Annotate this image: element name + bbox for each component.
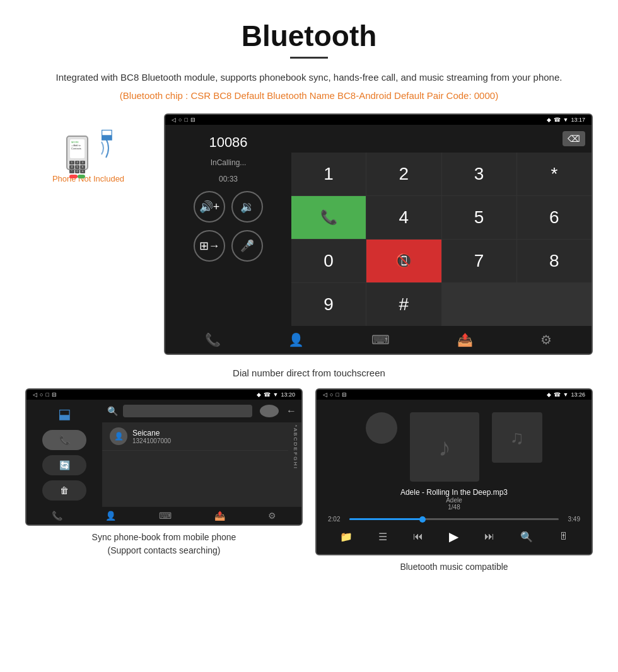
home-icon: ○ — [178, 117, 182, 123]
bt-illustration: ⬓ MORE + Add to Contacts 1 2 3 4 5 — [63, 126, 114, 170]
key-5[interactable]: 5 — [442, 196, 516, 239]
contact-list: 👤 Seicane 13241007000 — [102, 422, 288, 471]
pb-status-right: ◆ ☎ ▼ 13:20 — [257, 391, 295, 398]
eq-icon[interactable]: 🎚 — [559, 531, 569, 542]
pb-dialpad-tab[interactable]: ⌨ — [159, 511, 172, 521]
main-caption: Dial number direct from touchscreen — [25, 368, 593, 378]
pb-location-icon: ◆ — [257, 391, 261, 398]
key-6[interactable]: 6 — [517, 196, 592, 239]
key-3[interactable]: 3 — [442, 153, 516, 195]
phonebook-main: 🔍 ← 👤 Seicane 13241 — [102, 400, 301, 507]
status-bar-large: ◁ ○ □ ⊟ ◆ ☎ ▼ 13:17 — [165, 115, 592, 125]
end-call-btn[interactable]: 📵 — [366, 240, 441, 282]
call-timer: 00:33 — [219, 175, 238, 183]
main-section: ⬓ MORE + Add to Contacts 1 2 3 4 5 — [25, 113, 593, 355]
music-dash-icon: ⊟ — [342, 391, 347, 398]
dial-controls-row1: 🔊+ 🔉 — [194, 191, 263, 223]
search-music-icon[interactable]: 🔍 — [520, 531, 533, 543]
dial-input-bar: ⌫ — [291, 125, 592, 153]
key-0[interactable]: 0 — [291, 240, 366, 282]
voice-btn[interactable] — [260, 405, 279, 417]
phone-illustration: ⬓ MORE + Add to Contacts 1 2 3 4 5 — [25, 113, 151, 183]
bottom-caption-right: Bluetooth music compatible — [315, 560, 593, 574]
music-call-icon: ☎ — [554, 391, 561, 398]
next-icon[interactable]: ⏭ — [484, 531, 494, 542]
music-home-icon: ○ — [330, 391, 333, 398]
progress-dot — [419, 516, 426, 523]
music-nav-icons: ◁ ○ □ ⊟ — [323, 391, 347, 398]
dial-number: 10086 — [209, 134, 247, 151]
pb-phone-tab[interactable]: 📞 — [52, 511, 62, 521]
key-hash[interactable]: # — [366, 283, 441, 326]
bottom-screenshots: ◁ ○ □ ⊟ ◆ ☎ ▼ 13:20 ⬓ — [25, 388, 593, 574]
pb-wifi-icon: ▼ — [273, 391, 279, 398]
mini-phone-screen: MORE + Add to Contacts — [70, 139, 85, 158]
title-underline — [290, 57, 328, 59]
transfer2-tab-icon[interactable]: 📤 — [457, 332, 473, 347]
pb-contacts-tab[interactable]: 👤 — [105, 511, 116, 521]
key-1[interactable]: 1 — [291, 153, 366, 195]
key-7[interactable]: 7 — [442, 240, 516, 282]
dial-left-panel: 10086 InCalling... 00:33 🔊+ 🔉 ⊞→ 🎤 — [165, 125, 291, 326]
contacts-tab-icon[interactable]: 👤 — [288, 332, 304, 347]
subtitle-text: Integrated with BC8 Bluetooth module, su… — [25, 70, 593, 85]
current-time: 2:02 — [328, 516, 346, 523]
phonebook-android-screen: ◁ ○ □ ⊟ ◆ ☎ ▼ 13:20 ⬓ — [25, 388, 303, 526]
key-2[interactable]: 2 — [366, 153, 441, 195]
key-star[interactable]: * — [517, 153, 592, 195]
music-art-area: ♪ ♫ — [323, 412, 585, 482]
mute-btn[interactable]: 🎤 — [231, 230, 263, 262]
dial-screen: 10086 InCalling... 00:33 🔊+ 🔉 ⊞→ 🎤 — [165, 125, 592, 326]
music-back-icon: ◁ — [323, 391, 327, 398]
music-android-screen: ◁ ○ □ ⊟ ◆ ☎ ▼ 13:26 — [315, 388, 593, 555]
total-time: 3:49 — [563, 516, 580, 523]
pb-home-icon: ○ — [40, 391, 43, 398]
prev-icon[interactable]: ⏮ — [413, 531, 423, 542]
music-controls: 📁 ☰ ⏮ ▶ ⏭ 🔍 🎚 — [323, 525, 585, 548]
orange-info-text: (Bluetooth chip : CSR BC8 Default Blueto… — [25, 90, 593, 101]
music-screen-wrapper: ◁ ○ □ ⊟ ◆ ☎ ▼ 13:26 — [315, 388, 593, 574]
key-8[interactable]: 8 — [517, 240, 592, 282]
pb-sync-btn[interactable]: 🔄 — [42, 455, 86, 475]
page-title: Bluetooth — [25, 19, 593, 53]
song-artist: Adele — [323, 497, 585, 504]
music-progress-bar: 2:02 3:49 — [323, 516, 585, 523]
phone-not-included-label: Phone Not Included — [52, 174, 124, 183]
dialpad-tab-icon[interactable]: ⌨ — [371, 332, 390, 347]
pb-settings-tab[interactable]: ⚙ — [268, 511, 276, 521]
transfer-btn[interactable]: ⊞→ — [194, 230, 225, 262]
contact-list-area: 👤 Seicane 13241007000 * A B C D E F G H … — [102, 422, 301, 471]
volume-up-btn[interactable]: 🔊+ — [194, 191, 225, 223]
settings-tab-icon[interactable]: ⚙ — [540, 332, 552, 347]
location-icon: ◆ — [547, 117, 551, 123]
delete-btn[interactable]: ⌫ — [563, 131, 585, 146]
call-green-btn[interactable]: 📞 — [291, 196, 366, 239]
album-art-secondary: ♫ — [492, 412, 542, 463]
key-9[interactable]: 9 — [291, 283, 366, 326]
folder-icon[interactable]: 📁 — [340, 531, 353, 543]
dash-icon: ⊟ — [190, 117, 195, 123]
pb-back-icon: ◁ — [33, 391, 37, 398]
song-title: Adele - Rolling In the Deep.mp3 — [323, 488, 585, 497]
contact-phone: 13241007000 — [132, 437, 171, 444]
pb-phone-btn[interactable]: 📞 — [42, 430, 86, 450]
phone-tab-icon[interactable]: 📞 — [205, 332, 221, 347]
pb-transfer-tab[interactable]: 📤 — [214, 511, 225, 521]
pb-bottom-bar: 📞 👤 ⌨ 📤 ⚙ — [26, 507, 301, 524]
pb-search-bar: 🔍 ← — [102, 400, 301, 422]
search-input-field[interactable] — [123, 405, 252, 417]
play-pause-icon[interactable]: ▶ — [449, 529, 458, 544]
nav-icons-large: ◁ ○ □ ⊟ — [172, 117, 195, 123]
key-4[interactable]: 4 — [366, 196, 441, 239]
progress-track[interactable] — [349, 518, 559, 520]
back-arrow-icon: ← — [286, 405, 296, 417]
music-screen-content: ♪ ♫ Adele - Rolling In the Deep.mp3 Adel… — [317, 400, 592, 554]
wifi-icon: ▼ — [563, 117, 569, 123]
dial-controls-row2: ⊞→ 🎤 — [194, 230, 263, 262]
music-recent-icon: □ — [335, 391, 339, 398]
pb-delete-btn[interactable]: 🗑 — [42, 480, 86, 501]
volume-down-btn[interactable]: 🔉 — [231, 191, 263, 223]
list-icon[interactable]: ☰ — [378, 531, 387, 543]
contact-item-seicane[interactable]: 👤 Seicane 13241007000 — [102, 422, 288, 451]
alphabet-index: * A B C D E F G H I — [288, 422, 301, 471]
